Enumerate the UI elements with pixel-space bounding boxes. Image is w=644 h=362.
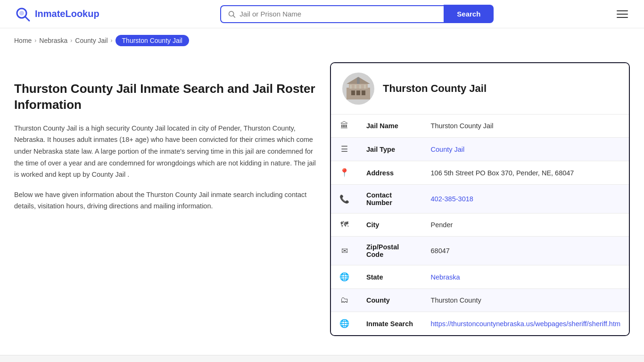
svg-rect-9 (356, 90, 360, 95)
svg-rect-8 (351, 90, 355, 95)
search-icon (228, 10, 236, 18)
search-bar: Search (220, 5, 494, 23)
breadcrumb: Home › Nebraska › County Jail › Thurston… (0, 28, 644, 53)
value-text: 68047 (431, 247, 450, 255)
right-column: Thurston County Jail 🏛 Jail Name Thursto… (330, 62, 630, 336)
row-value[interactable]: Nebraska (422, 265, 629, 289)
info-table: 🏛 Jail Name Thurston County Jail ☰ Jail … (331, 115, 629, 335)
table-row: 🌐 State Nebraska (331, 265, 629, 289)
breadcrumb-chevron-3: › (111, 37, 113, 44)
value-text: Thurston County Jail (431, 122, 494, 130)
svg-point-2 (19, 11, 24, 16)
value-text: Thurston County (431, 296, 481, 304)
value-link[interactable]: https://thurstoncountynebraska.us/webpag… (431, 320, 620, 328)
row-label: Jail Name (358, 115, 422, 138)
county-icon: 🗂 (331, 289, 358, 312)
table-row: ☰ Jail Type County Jail (331, 138, 629, 161)
row-label: State (358, 265, 422, 289)
svg-line-1 (25, 16, 29, 21)
logo[interactable]: InmateLookup (14, 6, 99, 23)
search-input[interactable] (239, 10, 437, 18)
inmate-search-icon: 🌐 (331, 312, 358, 336)
breadcrumb-chevron-1: › (34, 37, 36, 44)
logo-text: InmateLookup (35, 8, 99, 19)
facility-image (344, 74, 372, 103)
description-1: Thurston County Jail is a high security … (14, 123, 316, 181)
table-row: 🌐 Inmate Search https://thurstoncountyne… (331, 312, 629, 336)
left-column: Thurston County Jail Inmate Search and J… (14, 62, 316, 336)
logo-icon (14, 6, 31, 23)
zip-icon: ✉ (331, 237, 358, 265)
table-row: 🗺 City Pender (331, 214, 629, 237)
row-label: Zip/Postal Code (358, 237, 422, 265)
table-row: 🏛 Jail Name Thurston County Jail (331, 115, 629, 138)
svg-point-16 (357, 77, 360, 80)
svg-rect-13 (359, 85, 361, 89)
breadcrumb-nebraska[interactable]: Nebraska (39, 37, 67, 44)
row-value: 68047 (422, 237, 629, 265)
value-link[interactable]: County Jail (431, 146, 465, 153)
svg-line-4 (233, 15, 235, 17)
card-title: Thurston County Jail (383, 82, 487, 95)
search-input-wrapper (220, 5, 444, 23)
page-title: Thurston County Jail Inmate Search and J… (14, 81, 316, 113)
footer-bar (0, 355, 644, 362)
info-card: Thurston County Jail 🏛 Jail Name Thursto… (330, 62, 630, 336)
svg-rect-12 (355, 85, 356, 89)
row-value[interactable]: County Jail (422, 138, 629, 161)
value-text: 106 5th Street PO Box 370, Pender, NE, 6… (431, 169, 574, 177)
svg-rect-14 (364, 85, 366, 89)
card-header: Thurston County Jail (331, 63, 629, 115)
breadcrumb-chevron-2: › (70, 37, 72, 44)
svg-rect-11 (350, 85, 352, 89)
row-label: Inmate Search (358, 312, 422, 336)
description-2: Below we have given information about th… (14, 189, 316, 212)
row-label: County (358, 289, 422, 312)
address-icon: 📍 (331, 161, 358, 185)
breadcrumb-home[interactable]: Home (14, 37, 32, 44)
table-row: 📍 Address 106 5th Street PO Box 370, Pen… (331, 161, 629, 185)
row-value: Thurston County (422, 289, 629, 312)
phone-icon: 📞 (331, 185, 358, 214)
facility-thumbnail (342, 73, 374, 105)
row-value[interactable]: https://thurstoncountynebraska.us/webpag… (422, 312, 629, 336)
row-value[interactable]: 402-385-3018 (422, 185, 629, 214)
city-icon: 🗺 (331, 214, 358, 237)
header: InmateLookup Search (0, 0, 644, 28)
row-label: City (358, 214, 422, 237)
type-icon: ☰ (331, 138, 358, 161)
row-value: Pender (422, 214, 629, 237)
search-button[interactable]: Search (444, 5, 494, 23)
table-row: 📞 Contact Number 402-385-3018 (331, 185, 629, 214)
svg-rect-10 (362, 90, 365, 95)
row-label: Jail Type (358, 138, 422, 161)
main-content: Thurston County Jail Inmate Search and J… (0, 53, 644, 346)
row-label: Contact Number (358, 185, 422, 214)
table-row: ✉ Zip/Postal Code 68047 (331, 237, 629, 265)
value-link[interactable]: 402-385-3018 (431, 195, 473, 203)
state-icon: 🌐 (331, 265, 358, 289)
breadcrumb-active: Thurston County Jail (116, 35, 189, 46)
menu-button[interactable] (615, 8, 630, 20)
row-label: Address (358, 161, 422, 185)
table-row: 🗂 County Thurston County (331, 289, 629, 312)
value-link[interactable]: Nebraska (431, 273, 460, 281)
value-text: Pender (431, 221, 453, 229)
row-value: 106 5th Street PO Box 370, Pender, NE, 6… (422, 161, 629, 185)
breadcrumb-county-jail[interactable]: County Jail (75, 37, 107, 44)
row-value: Thurston County Jail (422, 115, 629, 138)
jail-icon: 🏛 (331, 115, 358, 138)
